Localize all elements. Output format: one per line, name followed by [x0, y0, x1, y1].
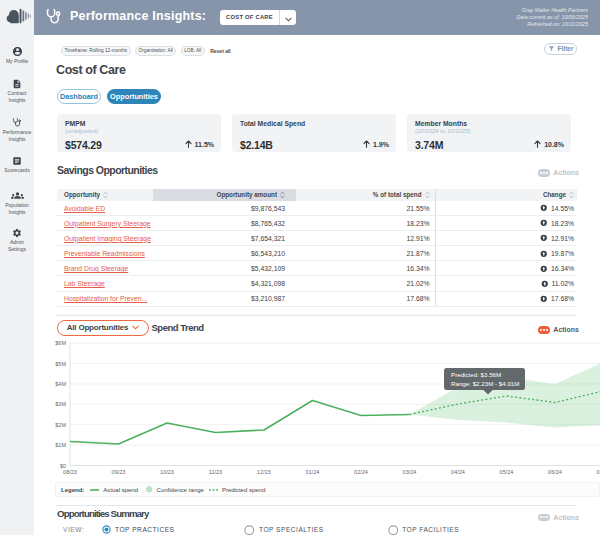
svg-text:$3M: $3M	[55, 401, 66, 407]
svg-text:08/23: 08/23	[63, 469, 77, 475]
svg-text:05/24: 05/24	[500, 469, 514, 475]
svg-text:$2M: $2M	[55, 422, 66, 428]
svg-text:12/23: 12/23	[257, 469, 271, 475]
svg-text:06/24: 06/24	[548, 469, 562, 475]
svg-text:$4M: $4M	[55, 381, 66, 387]
svg-text:10/23: 10/23	[160, 469, 174, 475]
svg-text:$0: $0	[60, 463, 66, 469]
svg-text:03/24: 03/24	[403, 469, 417, 475]
svg-text:11/23: 11/23	[209, 469, 222, 475]
svg-text:09/23: 09/23	[112, 469, 126, 475]
svg-text:$5M: $5M	[55, 361, 66, 367]
svg-text:07/24: 07/24	[597, 469, 600, 475]
svg-text:$6M: $6M	[55, 340, 66, 346]
svg-text:01/24: 01/24	[306, 469, 320, 475]
svg-text:Range: $2.23M - $4.01M: Range: $2.23M - $4.01M	[451, 380, 519, 387]
svg-text:02/24: 02/24	[354, 469, 368, 475]
svg-text:04/24: 04/24	[451, 469, 465, 475]
svg-text:$1M: $1M	[55, 442, 66, 448]
svg-text:Predicted: $3.56M: Predicted: $3.56M	[451, 371, 501, 378]
